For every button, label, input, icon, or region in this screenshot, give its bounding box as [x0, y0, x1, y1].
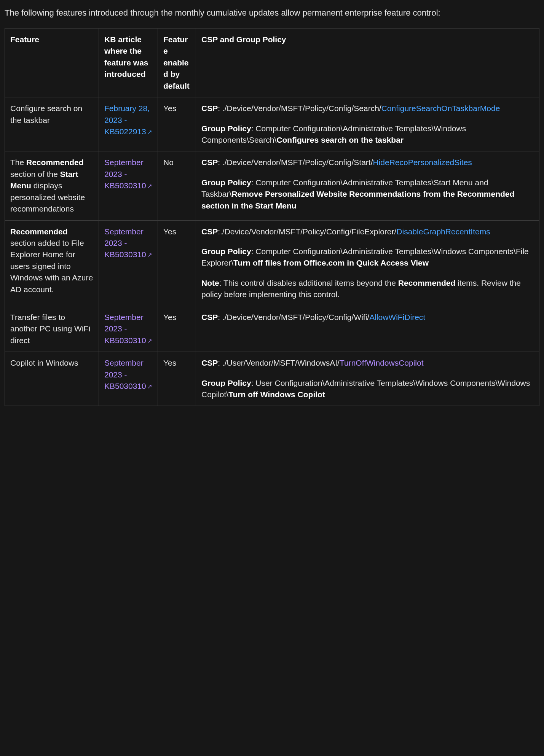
- th-kb: KB article where the feature was introdu…: [99, 28, 158, 97]
- table-row: Recommended section added to File Explor…: [5, 220, 539, 306]
- cell-kb: September 2023 - KB5030310↗: [99, 352, 158, 406]
- external-link-icon: ↗: [147, 251, 152, 258]
- cell-feature: Copilot in Windows: [5, 352, 99, 406]
- table-row: Copilot in Windows September 2023 - KB50…: [5, 352, 539, 406]
- cell-enabled: Yes: [158, 220, 196, 306]
- cell-csp: CSP: ./Device/Vendor/MSFT/Policy/Config/…: [196, 97, 539, 151]
- csp-link[interactable]: ConfigureSearchOnTaskbarMode: [381, 104, 500, 113]
- table-header-row: Feature KB article where the feature was…: [5, 28, 539, 97]
- cell-kb: September 2023 - KB5030310↗: [99, 306, 158, 352]
- cell-feature: Recommended section added to File Explor…: [5, 220, 99, 306]
- kb-link[interactable]: September 2023 - KB5030310↗: [104, 358, 152, 390]
- cell-kb: September 2023 - KB5030310↗: [99, 220, 158, 306]
- cell-enabled: Yes: [158, 352, 196, 406]
- feature-table: Feature KB article where the feature was…: [5, 28, 539, 406]
- csp-link[interactable]: HideRecoPersonalizedSites: [373, 158, 472, 167]
- table-row: The Recommended section of the Start Men…: [5, 151, 539, 220]
- cell-csp: CSP: ./User/Vendor/MSFT/WindowsAI/TurnOf…: [196, 352, 539, 406]
- cell-feature: The Recommended section of the Start Men…: [5, 151, 99, 220]
- intro-text: The following features introduced throug…: [5, 7, 539, 19]
- external-link-icon: ↗: [147, 337, 152, 344]
- th-feature: Feature: [5, 28, 99, 97]
- cell-enabled: Yes: [158, 306, 196, 352]
- th-enabled: Feature enabled by default: [158, 28, 196, 97]
- kb-link[interactable]: September 2023 - KB5030310↗: [104, 158, 152, 190]
- cell-feature: Transfer files to another PC using WiFi …: [5, 306, 99, 352]
- csp-link[interactable]: DisableGraphRecentItems: [396, 227, 490, 236]
- th-csp: CSP and Group Policy: [196, 28, 539, 97]
- cell-enabled: No: [158, 151, 196, 220]
- cell-enabled: Yes: [158, 97, 196, 151]
- external-link-icon: ↗: [147, 129, 152, 135]
- kb-link[interactable]: September 2023 - KB5030310↗: [104, 227, 152, 259]
- table-row: Transfer files to another PC using WiFi …: [5, 306, 539, 352]
- kb-link[interactable]: February 28, 2023 - KB5022913↗: [104, 104, 152, 136]
- cell-csp: CSP:./Device/Vendor/MSFT/Policy/Config/F…: [196, 220, 539, 306]
- table-row: Configure search on the taskbar February…: [5, 97, 539, 151]
- cell-kb: September 2023 - KB5030310↗: [99, 151, 158, 220]
- cell-feature: Configure search on the taskbar: [5, 97, 99, 151]
- external-link-icon: ↗: [147, 183, 152, 189]
- csp-link[interactable]: TurnOffWindowsCopilot: [340, 358, 424, 367]
- cell-csp: CSP: ./Device/Vendor/MSFT/Policy/Config/…: [196, 151, 539, 220]
- external-link-icon: ↗: [147, 383, 152, 390]
- cell-csp: CSP: ./Device/Vendor/MSFT/Policy/Config/…: [196, 306, 539, 352]
- cell-kb: February 28, 2023 - KB5022913↗: [99, 97, 158, 151]
- kb-link[interactable]: September 2023 - KB5030310↗: [104, 313, 152, 345]
- csp-link[interactable]: AllowWiFiDirect: [369, 313, 425, 321]
